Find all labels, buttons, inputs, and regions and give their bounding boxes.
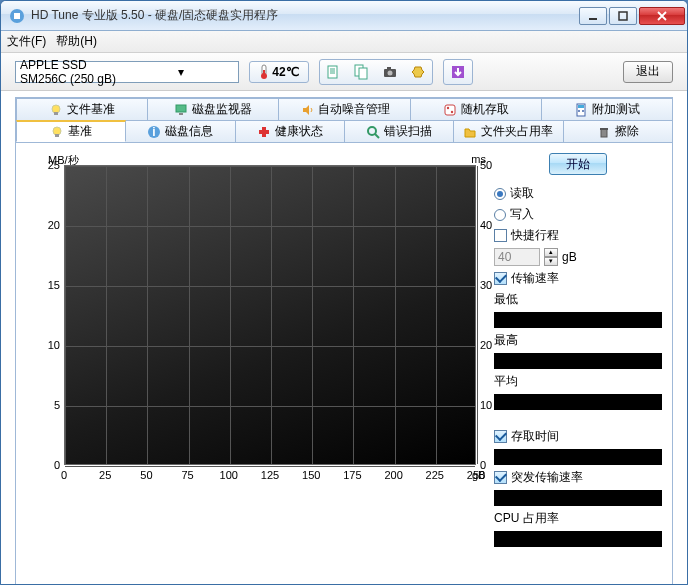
svg-rect-1	[14, 13, 20, 19]
access-value	[494, 449, 662, 465]
menubar: 文件(F) 帮助(H)	[1, 31, 687, 53]
svg-point-31	[368, 127, 376, 135]
tab-erase[interactable]: 擦除	[563, 120, 673, 142]
search-icon	[366, 125, 380, 139]
x-tick: 125	[261, 469, 279, 481]
side-panel: 开始 读取 写入 快捷行程 40 ▴▾ gB 传输速率 最低 最高 平均	[494, 153, 662, 585]
checkbox-icon	[494, 272, 507, 285]
svg-rect-15	[54, 112, 58, 115]
save-button[interactable]	[446, 62, 470, 82]
tab-health[interactable]: 健康状态	[235, 120, 345, 142]
svg-rect-16	[176, 105, 186, 112]
close-button[interactable]	[639, 7, 685, 25]
menu-file[interactable]: 文件(F)	[7, 33, 46, 50]
svg-point-14	[52, 105, 60, 113]
short-stroke-checkbox[interactable]: 快捷行程	[494, 227, 662, 244]
svg-rect-6	[263, 70, 265, 76]
app-window: HD Tune 专业版 5.50 - 硬盘/固态硬盘实用程序 文件(F) 帮助(…	[0, 0, 688, 585]
y2-tick: 20	[480, 339, 492, 351]
spin-down-icon[interactable]: ▾	[544, 257, 558, 266]
x-tick: 100	[220, 469, 238, 481]
dropdown-arrow-icon: ▾	[127, 65, 234, 79]
burst-value	[494, 490, 662, 506]
maximize-button[interactable]	[609, 7, 637, 25]
short-stroke-input[interactable]: 40	[494, 248, 540, 266]
tab-file-benchmark[interactable]: 文件基准	[16, 98, 148, 120]
checkbox-icon	[494, 471, 507, 484]
short-stroke-field: 40 ▴▾ gB	[494, 248, 662, 266]
dice-icon	[443, 103, 457, 117]
cpu-usage-label: CPU 占用率	[494, 510, 662, 527]
y-tick: 15	[32, 279, 60, 291]
svg-point-11	[388, 70, 393, 75]
tab-aam[interactable]: 自动噪音管理	[278, 98, 410, 120]
x-tick: 175	[343, 469, 361, 481]
avg-value	[494, 394, 662, 410]
drive-select[interactable]: APPLE SSD SM256C (250 gB) ▾	[15, 61, 239, 83]
svg-rect-32	[601, 129, 607, 137]
toolbar-group-2	[443, 59, 473, 85]
y-tick: 0	[32, 459, 60, 471]
svg-rect-17	[179, 113, 183, 115]
write-radio[interactable]: 写入	[494, 206, 662, 223]
tab-extra-tests[interactable]: 附加测试	[541, 98, 673, 120]
radio-dot-icon	[494, 188, 506, 200]
y-tick: 5	[32, 399, 60, 411]
cpu-value	[494, 531, 662, 547]
y2-tick: 10	[480, 399, 492, 411]
bulb-icon	[49, 103, 63, 117]
toolbar: APPLE SSD SM256C (250 gB) ▾ 42℃ 退出	[1, 53, 687, 91]
transfer-rate-checkbox[interactable]: 传输速率	[494, 270, 662, 287]
svg-rect-30	[259, 130, 269, 134]
thermometer-icon	[259, 64, 269, 80]
y2-tick: 30	[480, 279, 492, 291]
window-title: HD Tune 专业版 5.50 - 硬盘/固态硬盘实用程序	[31, 7, 577, 24]
read-radio[interactable]: 读取	[494, 185, 662, 202]
x-tick: 225	[426, 469, 444, 481]
access-time-checkbox[interactable]: 存取时间	[494, 428, 662, 445]
folder-icon	[463, 125, 477, 139]
avg-label: 平均	[494, 373, 662, 390]
tab-random-access[interactable]: 随机存取	[410, 98, 542, 120]
tab-row-top: 文件基准 磁盘监视器 自动噪音管理 随机存取 附加测试	[16, 98, 672, 120]
trash-icon	[597, 125, 611, 139]
tab-error-scan[interactable]: 错误扫描	[344, 120, 454, 142]
titlebar[interactable]: HD Tune 专业版 5.50 - 硬盘/固态硬盘实用程序	[1, 1, 687, 31]
svg-point-24	[582, 110, 584, 112]
speaker-icon	[300, 103, 314, 117]
content-area: 文件基准 磁盘监视器 自动噪音管理 随机存取 附加测试 基准 i磁盘信息 健康状…	[1, 91, 687, 585]
short-stroke-spinner[interactable]: ▴▾	[544, 248, 558, 266]
tab-disk-monitor[interactable]: 磁盘监视器	[147, 98, 279, 120]
tab-folder-usage[interactable]: 文件夹占用率	[453, 120, 563, 142]
exit-button[interactable]: 退出	[623, 61, 673, 83]
svg-rect-9	[359, 68, 367, 79]
drive-selected-text: APPLE SSD SM256C (250 gB)	[20, 58, 127, 86]
x-tick: 200	[384, 469, 402, 481]
max-value	[494, 353, 662, 369]
minimize-button[interactable]	[579, 7, 607, 25]
svg-point-25	[53, 127, 61, 135]
copy-all-button[interactable]	[350, 62, 374, 82]
svg-rect-26	[55, 134, 59, 137]
spin-up-icon[interactable]: ▴	[544, 248, 558, 257]
burst-rate-checkbox[interactable]: 突发传输速率	[494, 469, 662, 486]
tab-body-benchmark: MB/秒 ms gB 02550751001251501752002252500…	[16, 142, 672, 585]
info-icon: i	[147, 125, 161, 139]
x-tick: 0	[61, 469, 67, 481]
start-button[interactable]: 开始	[549, 153, 607, 175]
x-tick: 25	[99, 469, 111, 481]
screenshot-button[interactable]	[378, 62, 402, 82]
svg-rect-22	[578, 105, 584, 108]
y-tick: 20	[32, 219, 60, 231]
x-tick: 75	[181, 469, 193, 481]
tab-disk-info[interactable]: i磁盘信息	[125, 120, 235, 142]
menu-help[interactable]: 帮助(H)	[56, 33, 97, 50]
radio-dot-icon	[494, 209, 506, 221]
chart-area: MB/秒 ms gB 02550751001251501752002252500…	[26, 153, 486, 585]
settings-button[interactable]	[406, 62, 430, 82]
tab-benchmark[interactable]: 基准	[16, 120, 126, 142]
copy-text-button[interactable]	[322, 62, 346, 82]
toolbar-group-1	[319, 59, 433, 85]
svg-point-20	[451, 110, 453, 112]
bulb-icon	[50, 125, 64, 139]
